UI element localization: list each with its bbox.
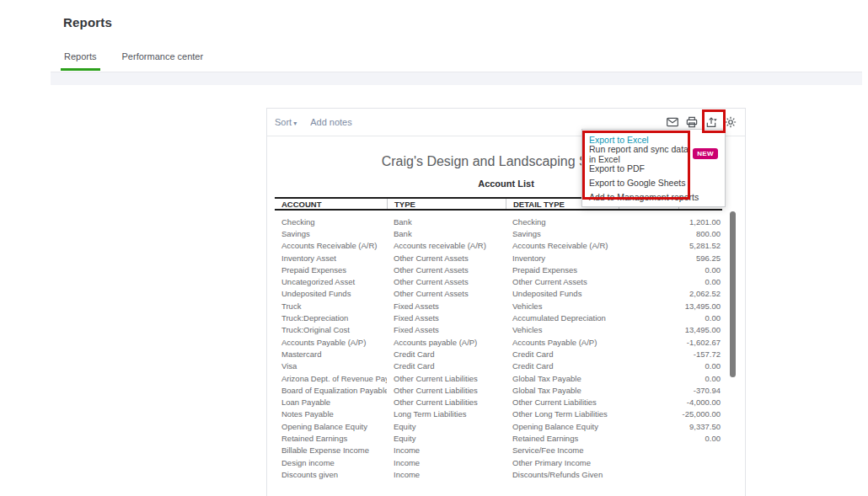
annotation-highlight-export-icon — [702, 109, 726, 133]
table-cell: Loan Payable — [275, 397, 387, 407]
table-cell: Other Long Term Liabilities — [506, 409, 619, 419]
table-body: CheckingBankChecking1,201.00SavingsBankS… — [275, 211, 722, 481]
table-row[interactable]: Truck:DepreciationFixed AssetsAccumulate… — [275, 312, 722, 323]
table-cell: Income — [387, 445, 506, 455]
table-row[interactable]: Retained EarningsEquityRetained Earnings… — [275, 432, 722, 444]
table-cell: Global Tax Payable — [506, 374, 619, 383]
table-row[interactable]: Truck:Original CostFixed AssetsVehicles1… — [275, 324, 722, 336]
table-cell: Opening Balance Equity — [506, 422, 619, 431]
table-cell: Accounts Payable (A/P) — [506, 338, 619, 347]
table-cell: Discounts/Refunds Given — [506, 470, 619, 479]
table-cell: Board of Equalization Payable — [275, 386, 387, 395]
table-cell: Retained Earnings — [506, 434, 619, 443]
table-row[interactable]: Notes PayableLong Term LiabilitiesOther … — [275, 408, 722, 420]
table-cell: Vehicles — [506, 325, 619, 334]
table-cell: 13,495.00 — [678, 301, 722, 311]
table-row[interactable]: Undeposited FundsOther Current AssetsUnd… — [275, 288, 722, 300]
table-cell: Other Current Assets — [387, 265, 506, 275]
table-row[interactable]: Uncategorized AssetOther Current AssetsO… — [275, 275, 722, 287]
table-row[interactable]: MastercardCredit CardCredit Card-157.72 — [275, 348, 722, 360]
table-row[interactable]: Discounts givenIncomeDiscounts/Refunds G… — [275, 468, 722, 480]
table-row[interactable]: Board of Equalization PayableOther Curre… — [275, 384, 722, 396]
table-cell: Accounts Receivable (A/R) — [506, 241, 619, 250]
table-row[interactable]: Inventory AssetOther Current AssetsInven… — [275, 252, 722, 264]
table-cell: Truck:Depreciation — [275, 313, 387, 323]
table-row[interactable]: SavingsBankSavings800.00 — [275, 227, 722, 239]
table-cell: Other Current Liabilities — [387, 374, 506, 383]
table-cell: Undeposited Funds — [275, 289, 387, 298]
table-cell: Checking — [506, 217, 619, 227]
table-cell: -157.72 — [678, 349, 722, 359]
table-cell: Accounts Receivable (A/R) — [275, 241, 387, 250]
table-cell: Accounts receivable (A/R) — [387, 241, 506, 250]
vertical-scrollbar[interactable] — [730, 211, 736, 377]
table-cell: Inventory — [506, 253, 619, 263]
tab-performance-center[interactable]: Performance center — [119, 51, 207, 71]
table-cell: 0.00 — [678, 361, 722, 371]
section-divider-bar — [51, 72, 862, 85]
table-row[interactable]: Arizona Dept. of Revenue PayableOther Cu… — [275, 372, 722, 384]
chevron-down-icon: ▾ — [293, 120, 297, 127]
table-cell: 800.00 — [678, 229, 722, 238]
table-row[interactable]: TruckFixed AssetsVehicles13,495.00 — [275, 300, 722, 312]
table-cell: Checking — [275, 217, 387, 227]
table-cell: Income — [387, 470, 506, 479]
table-cell: Prepaid Expenses — [275, 265, 387, 275]
table-row[interactable]: Opening Balance EquityEquityOpening Bala… — [275, 420, 722, 432]
table-cell: Other Current Assets — [387, 289, 506, 298]
table-cell: Other Current Liabilities — [387, 386, 506, 395]
table-cell: Equity — [387, 434, 506, 443]
sort-dropdown[interactable]: Sort▾ — [275, 117, 297, 127]
print-icon[interactable] — [685, 115, 699, 129]
table-cell: 0.00 — [678, 374, 722, 383]
email-icon[interactable] — [666, 115, 679, 129]
table-cell: 9,337.50 — [678, 422, 722, 431]
table-cell: Truck — [275, 301, 387, 311]
table-row[interactable]: CheckingBankChecking1,201.00 — [275, 216, 722, 227]
table-cell: -4,000.00 — [678, 397, 722, 407]
table-cell: 0.00 — [678, 265, 722, 275]
table-cell: Equity — [387, 422, 506, 431]
page-title: Reports — [63, 15, 112, 29]
table-cell: Accounts Payable (A/P) — [275, 338, 387, 347]
table-cell: Credit Card — [387, 361, 506, 371]
table-cell: Discounts given — [275, 470, 387, 479]
table-cell: Accounts payable (A/P) — [387, 338, 506, 347]
table-cell: 5,281.52 — [678, 241, 722, 250]
table-cell: Credit Card — [506, 349, 619, 359]
table-cell: Vehicles — [506, 301, 619, 311]
table-cell: Other Current Assets — [387, 277, 506, 286]
table-cell: Credit Card — [506, 361, 619, 371]
table-cell: Visa — [275, 361, 387, 371]
table-cell: Bank — [387, 217, 506, 227]
table-row[interactable]: Design incomeIncomeOther Primary Income — [275, 456, 722, 468]
table-cell: Fixed Assets — [387, 313, 506, 323]
table-cell: Other Current Liabilities — [387, 397, 506, 407]
table-cell: Prepaid Expenses — [506, 265, 619, 275]
table-cell: Fixed Assets — [387, 301, 506, 311]
table-cell: Notes Payable — [275, 409, 387, 419]
table-row[interactable]: Accounts Receivable (A/R)Accounts receiv… — [275, 240, 722, 252]
table-cell: 596.25 — [678, 253, 722, 263]
table-cell: Other Current Assets — [506, 277, 619, 286]
table-cell: Other Primary Income — [506, 458, 619, 467]
table-row[interactable]: Billable Expense IncomeIncomeService/Fee… — [275, 445, 722, 456]
table-cell: Savings — [275, 229, 387, 238]
table-cell: Service/Fee Income — [506, 445, 619, 455]
table-cell: Inventory Asset — [275, 253, 387, 263]
table-cell: 0.00 — [678, 313, 722, 323]
tab-bar: Reports Performance center — [61, 51, 206, 71]
toolbar-left: Sort▾ Add notes — [275, 117, 352, 127]
add-notes-button[interactable]: Add notes — [310, 117, 352, 127]
table-row[interactable]: Prepaid ExpensesOther Current AssetsPrep… — [275, 264, 722, 275]
table-cell: Uncategorized Asset — [275, 277, 387, 286]
table-cell: Truck:Original Cost — [275, 325, 387, 334]
column-header: ACCOUNT — [275, 199, 387, 209]
column-header: TYPE — [387, 199, 506, 209]
table-cell: 13,495.00 — [678, 325, 722, 334]
table-row[interactable]: Loan PayableOther Current LiabilitiesOth… — [275, 396, 722, 408]
settings-icon[interactable] — [724, 115, 737, 129]
tab-reports[interactable]: Reports — [61, 51, 100, 71]
table-row[interactable]: VisaCredit CardCredit Card0.00 — [275, 360, 722, 372]
table-row[interactable]: Accounts Payable (A/P)Accounts payable (… — [275, 336, 722, 348]
